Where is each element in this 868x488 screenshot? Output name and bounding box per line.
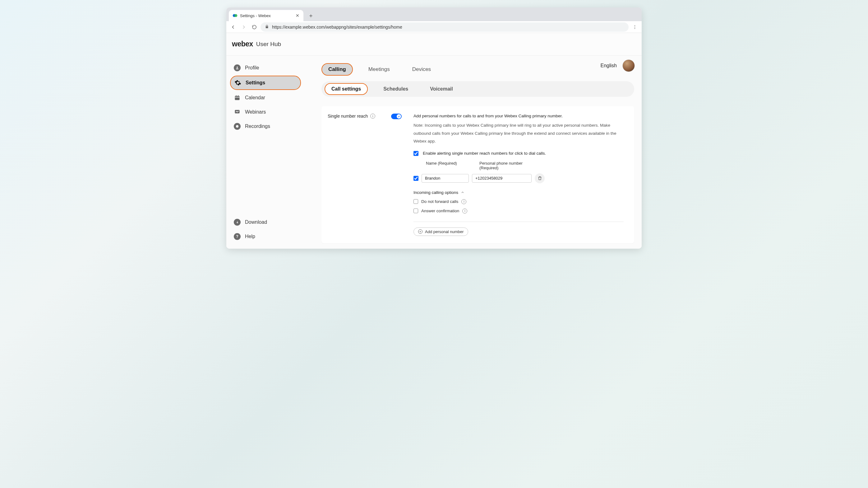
record-icon (234, 123, 241, 130)
number-entry-row (413, 173, 624, 183)
browser-tab-title: Settings - Webex (240, 13, 271, 18)
sidebar-item-label: Webinars (245, 109, 266, 115)
sidebar-item-settings[interactable]: Settings (230, 76, 301, 90)
dnf-label: Do not forward calls (421, 199, 458, 204)
secondary-tabs: Call settings Schedules Voicemail (321, 81, 634, 97)
subtab-call-settings[interactable]: Call settings (324, 83, 368, 95)
answer-confirmation-checkbox[interactable] (413, 208, 418, 213)
header-right: English (601, 59, 635, 72)
entry-name-input[interactable] (422, 174, 469, 183)
setting-title-row: Single number reach i (328, 114, 384, 236)
alert-checkbox[interactable] (413, 151, 418, 156)
chevron-up-icon (461, 191, 464, 194)
browser-tabstrip: Settings - Webex ✕ ＋ (226, 7, 642, 21)
sidebar-item-label: Help (245, 234, 255, 239)
download-icon (234, 219, 241, 226)
svg-point-5 (237, 66, 238, 68)
alert-checkbox-label: Enable alerting single number reach numb… (423, 151, 546, 155)
new-tab-button[interactable]: ＋ (307, 11, 315, 20)
add-personal-number-button[interactable]: + Add personal number (413, 228, 468, 236)
sidebar-item-profile[interactable]: Profile (230, 61, 301, 75)
svg-rect-9 (236, 95, 237, 96)
svg-point-2 (634, 25, 635, 26)
product-name: User Hub (256, 41, 281, 48)
snr-description-title: Add personal numbers for calls to and fr… (413, 114, 624, 118)
info-icon[interactable]: i (462, 208, 467, 213)
incoming-options-toggle[interactable]: Incoming calling options (413, 190, 624, 195)
sidebar-item-help[interactable]: ? Help (230, 230, 301, 243)
browser-menu-icon[interactable] (630, 23, 639, 31)
sidebar-item-label: Download (245, 220, 267, 225)
gear-icon (235, 79, 241, 86)
address-bar[interactable]: https://example.webex.com/webappng/sites… (260, 22, 629, 32)
browser-window: Settings - Webex ✕ ＋ https://example.web… (226, 7, 642, 249)
tab-calling[interactable]: Calling (321, 63, 353, 76)
browser-toolbar: https://example.webex.com/webappng/sites… (226, 21, 642, 33)
entry-headers: Name (Required) Personal phone number (R… (413, 161, 624, 170)
sidebar-item-label: Profile (245, 65, 259, 70)
svg-point-4 (634, 28, 635, 29)
browser-tab[interactable]: Settings - Webex ✕ (229, 10, 303, 21)
sidebar-item-webinars[interactable]: Webinars (230, 106, 301, 119)
url-text: https://example.webex.com/webappng/sites… (272, 25, 402, 30)
incoming-options-label: Incoming calling options (413, 190, 458, 195)
svg-point-3 (634, 26, 635, 27)
sidebar-item-recordings[interactable]: Recordings (230, 120, 301, 133)
sidebar-item-download[interactable]: Download (230, 216, 301, 229)
app-body: Profile Settings Calendar (226, 55, 642, 249)
col-header-phone: Personal phone number (Required) (479, 161, 539, 170)
plus-icon: + (418, 229, 423, 234)
person-icon (234, 64, 241, 71)
info-icon[interactable]: i (370, 114, 375, 119)
snr-description-note: Note: Incoming calls to your Webex Calli… (413, 121, 624, 145)
entry-active-checkbox[interactable] (413, 176, 418, 181)
svg-rect-10 (238, 95, 239, 96)
sidebar-item-label: Recordings (245, 123, 270, 129)
language-selector[interactable]: English (601, 63, 617, 68)
user-avatar[interactable] (622, 59, 635, 72)
main-content: English Calling Meetings Devices Call se… (305, 56, 642, 249)
sidebar-item-label: Calendar (245, 95, 265, 101)
back-button[interactable] (229, 23, 238, 31)
tab-meetings[interactable]: Meetings (362, 63, 397, 76)
delete-entry-button[interactable] (535, 173, 545, 183)
settings-card: Single number reach i Add personal numbe… (321, 106, 634, 243)
setting-title: Single number reach (328, 114, 368, 119)
sidebar-item-label: Settings (246, 80, 265, 86)
close-tab-icon[interactable]: ✕ (296, 13, 300, 18)
sidebar-item-calendar[interactable]: Calendar (230, 91, 301, 104)
answer-confirmation-label: Answer confirmation (421, 208, 459, 213)
reload-button[interactable] (250, 23, 259, 31)
sidebar: Profile Settings Calendar (226, 56, 305, 249)
brand-logo-text: webex (232, 40, 253, 48)
col-header-name: Name (Required) (426, 161, 473, 170)
info-icon[interactable]: i (461, 199, 466, 204)
snr-toggle[interactable] (391, 114, 402, 119)
entry-phone-input[interactable] (472, 174, 532, 183)
lock-icon (265, 25, 269, 30)
divider (413, 222, 624, 222)
subtab-voicemail[interactable]: Voicemail (424, 84, 459, 94)
primary-tabs: Calling Meetings Devices (321, 61, 634, 81)
svg-rect-8 (235, 97, 240, 98)
webex-favicon (232, 13, 238, 18)
tab-devices[interactable]: Devices (405, 63, 438, 76)
forward-button[interactable] (239, 23, 248, 31)
dnf-checkbox[interactable] (413, 199, 418, 204)
help-icon: ? (234, 233, 241, 240)
subtab-schedules[interactable]: Schedules (377, 84, 414, 94)
svg-point-1 (235, 14, 237, 17)
calendar-icon (234, 94, 241, 101)
app-header: webex User Hub (226, 33, 642, 55)
add-button-label: Add personal number (425, 229, 464, 234)
webinars-icon (234, 109, 241, 115)
